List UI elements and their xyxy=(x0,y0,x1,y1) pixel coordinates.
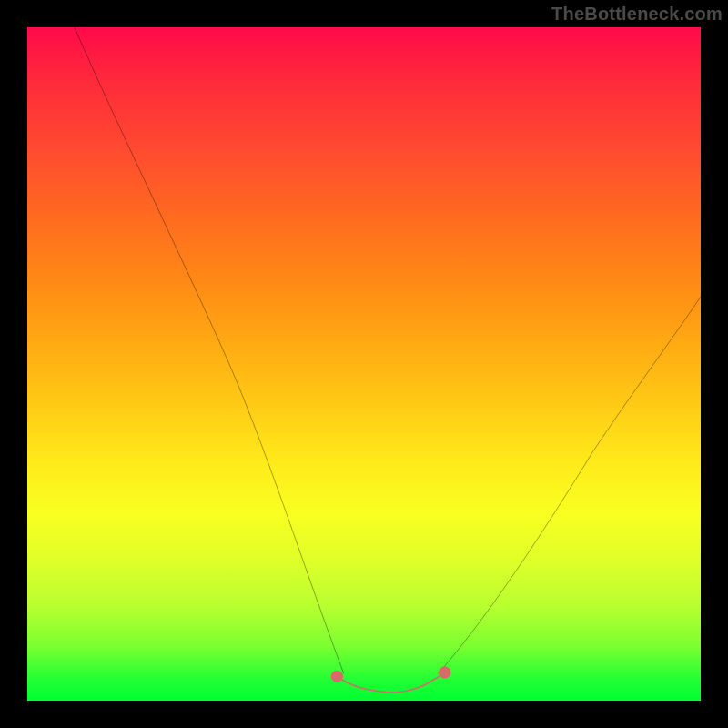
chart-svg xyxy=(27,27,701,701)
left-curve xyxy=(75,27,344,673)
plot-area xyxy=(27,27,701,701)
trough-left-dot xyxy=(331,671,343,682)
watermark-text: TheBottleneck.com xyxy=(551,4,723,25)
right-curve xyxy=(438,297,701,673)
chart-frame: TheBottleneck.com xyxy=(0,0,728,728)
trough-right-dot xyxy=(439,666,450,678)
trough-highlight xyxy=(337,672,444,693)
